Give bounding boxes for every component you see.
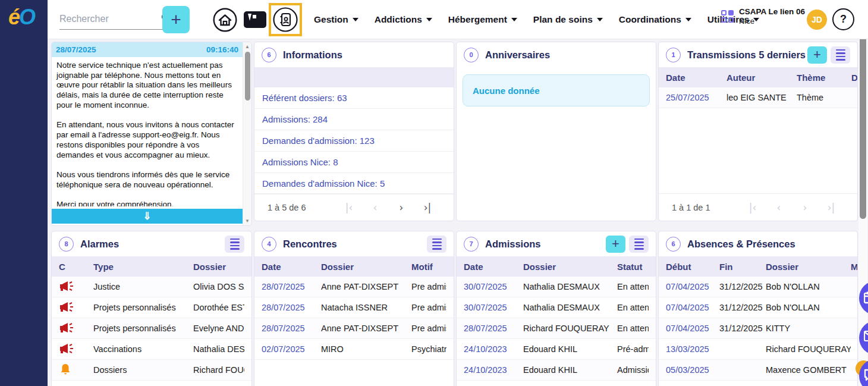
search-input[interactable] (59, 14, 161, 24)
menu-gestion[interactable]: Gestion (314, 14, 358, 25)
envelope-icon (864, 331, 868, 341)
megaphone-icon (59, 280, 93, 294)
add-admission-button[interactable]: + (606, 236, 625, 253)
scrollbar-thumb[interactable] (860, 39, 866, 219)
announcement-header: 28/07/2025 09:16:40 (52, 42, 243, 57)
table-row[interactable]: 24/10/2023 Edouard KHIL Pré-admission (457, 339, 656, 360)
table-row[interactable]: 07/04/2025 31/12/2025 Bob N'OLLAN A (659, 297, 857, 318)
table-row[interactable]: 30/07/2025 Nathalia DESMAUX En attente (457, 297, 656, 318)
anniversaires-title: Anniversaires (485, 49, 550, 61)
org-grid-icon (721, 10, 734, 23)
transmissions-list-button[interactable] (831, 46, 850, 64)
user-avatar[interactable]: JD (807, 10, 827, 30)
first-page-button[interactable]: |‹ (740, 202, 766, 214)
col-header: Fin (719, 262, 766, 272)
list-icon (432, 238, 442, 250)
next-page-button[interactable]: › (792, 202, 818, 214)
table-row[interactable]: 28/07/2025 Natacha ISSNER Pre admission (254, 297, 454, 318)
absences-badge: 6 (666, 237, 681, 252)
chevron-down-icon (353, 18, 358, 21)
announcement-scroll-down-bar[interactable]: ⇓ (52, 209, 243, 224)
prev-page-button[interactable]: ‹ (766, 202, 792, 214)
page-count: 1 à 1 de 1 (672, 203, 710, 212)
admissions-panel: 7 Admissions + Date Dossier Statut 30/07… (456, 231, 656, 386)
col-header: Thème (797, 73, 851, 83)
calendar-icon (864, 291, 868, 304)
top-bar: + Gestion Addictions Hébergement Plan de… (48, 0, 868, 39)
announcement-scrollbar[interactable]: ▲ ▼ (243, 42, 251, 225)
table-row[interactable]: 02/07/2025 MIRO Psychiatrie (254, 339, 454, 360)
admissions-badge: 7 (464, 237, 479, 252)
org-city: Nice (739, 17, 805, 26)
org-switcher[interactable]: CSAPA Le lien 06 Nice (721, 7, 805, 26)
list-item[interactable]: Admissions: 284 (254, 109, 454, 130)
col-header: Dossier (851, 73, 858, 83)
next-page-button[interactable]: › (388, 202, 414, 214)
menu-coordinations[interactable]: Coordinations (619, 14, 691, 25)
org-name: CSAPA Le lien 06 (739, 7, 805, 17)
announcement-date: 28/07/2025 (56, 45, 96, 54)
col-header: Date (464, 262, 523, 272)
alarmes-panel: 8 Alarmes C Type Dossier Justice Olivia … (51, 231, 252, 386)
left-sidebar: éO (0, 0, 48, 386)
rencontres-list-button[interactable] (427, 236, 446, 253)
home-icon[interactable] (213, 8, 237, 32)
menu-plan-de-soins[interactable]: Plan de soins (533, 14, 603, 25)
chevron-down-icon (511, 18, 517, 21)
table-row[interactable]: 05/03/2025 Maxence GOMBERT P (659, 360, 857, 381)
list-icon (634, 238, 644, 250)
last-page-button[interactable]: ›| (414, 202, 441, 214)
transmissions-badge: 1 (666, 48, 681, 62)
table-row[interactable]: 07/04/2025 31/12/2025 KITTY A (659, 318, 857, 339)
table-row[interactable]: Dossiers Richard FOUQUERAY (52, 360, 251, 381)
table-row[interactable]: 28/07/2025 Richard FOUQUERAY En attente (457, 318, 656, 339)
list-item[interactable]: Admissions Nice: 8 (254, 152, 454, 173)
col-header: Auteur (727, 73, 797, 83)
admissions-title: Admissions (485, 238, 541, 250)
scroll-down-icon[interactable]: ▼ (243, 218, 251, 224)
alarmes-title: Alarmes (80, 238, 119, 250)
list-item[interactable]: Demandes d'admission: 123 (254, 130, 454, 152)
list-item[interactable]: Demandes d'admission Nice: 5 (254, 173, 454, 194)
menu-hebergement[interactable]: Hébergement (448, 14, 517, 25)
patient-record-highlight[interactable] (269, 3, 302, 36)
scroll-up-icon[interactable]: ▲ (243, 44, 251, 49)
col-header: Date (262, 262, 321, 272)
table-row[interactable]: Projets personnalisés Evelyne ANDERSON (52, 318, 251, 339)
table-row[interactable]: 25/07/2025 leo EIG SANTE Thème (659, 87, 857, 108)
table-row[interactable]: 24/10/2023 Edouard KHIL Admission (457, 360, 656, 381)
chevron-down-icon (685, 18, 691, 21)
table-row[interactable]: 28/07/2025 Anne PAT-DIXSEPT Pre admissio… (254, 318, 454, 339)
col-header: Dossier (193, 262, 244, 272)
admissions-list-button[interactable] (629, 236, 649, 253)
scrollbar-thumb[interactable] (245, 52, 250, 101)
col-header: Début (666, 262, 719, 272)
menu-addictions[interactable]: Addictions (375, 14, 432, 25)
last-page-button[interactable]: ›| (818, 202, 844, 214)
prev-page-button[interactable]: ‹ (362, 202, 388, 214)
add-button[interactable]: + (162, 6, 190, 33)
logo-accent: é (8, 5, 19, 29)
transmissions-paginator: 1 à 1 de 1 |‹ ‹ › ›| (659, 193, 857, 221)
app-logo[interactable]: éO (8, 5, 34, 30)
table-row[interactable]: 28/07/2025 Anne PAT-DIXSEPT Pre admissio… (254, 277, 454, 297)
table-row[interactable]: 07/04/2025 31/12/2025 Bob N'OLLAN A (659, 277, 857, 297)
help-button[interactable]: ? (832, 8, 854, 30)
board-icon[interactable] (244, 11, 266, 30)
add-transmission-button[interactable]: + (807, 46, 827, 64)
first-page-button[interactable]: |‹ (336, 202, 362, 214)
alarmes-badge: 8 (59, 237, 74, 252)
anniversaires-panel: 0 Anniversaires Aucune donnée (456, 42, 656, 221)
list-item[interactable]: Référent dossiers: 63 (254, 87, 454, 109)
col-header: Dossier (321, 262, 411, 272)
table-row[interactable]: Justice Olivia DOS SANTOS (52, 277, 251, 297)
transmissions-title: Transmissions 5 derniers jours (687, 49, 809, 61)
megaphone-icon (59, 300, 93, 315)
table-row[interactable]: Projets personnalisés Dorothée EST (52, 297, 251, 318)
table-row[interactable]: 30/07/2025 Nathalia DESMAUX En attente (457, 277, 656, 297)
table-row[interactable]: 13/03/2025 Richard FOUQUERAY A (659, 339, 857, 360)
table-row[interactable]: Vaccinations Nathalia DESMAUX (52, 339, 251, 360)
alarmes-list-button[interactable] (225, 236, 244, 253)
logo-o: O (19, 5, 34, 29)
anniversaires-badge: 0 (464, 48, 479, 62)
